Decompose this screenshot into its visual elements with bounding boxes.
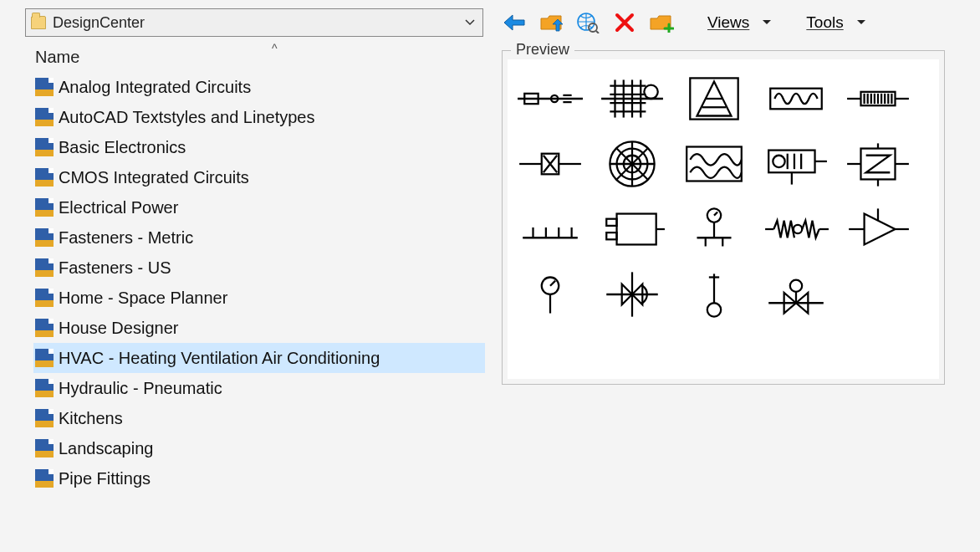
list-item-label: CMOS Integrated Circuits bbox=[59, 168, 249, 187]
list-item-label: Electrical Power bbox=[59, 198, 178, 217]
preview-panel: Preview bbox=[502, 50, 945, 385]
dwg-file-icon bbox=[35, 349, 54, 367]
menu-bar: Views Tools bbox=[704, 13, 867, 32]
svg-line-2 bbox=[596, 31, 599, 33]
dwg-file-icon bbox=[35, 319, 54, 337]
hvac-sensor[interactable] bbox=[678, 265, 750, 324]
list-item[interactable]: Basic Electronics bbox=[33, 132, 485, 162]
list-item[interactable]: Pipe Fittings bbox=[33, 463, 485, 493]
hvac-damper[interactable] bbox=[514, 69, 586, 128]
list-item-label: HVAC - Heating Ventilation Air Condition… bbox=[59, 349, 380, 368]
hvac-butterfly-valve[interactable] bbox=[760, 265, 832, 324]
dwg-file-icon bbox=[35, 409, 54, 427]
preview-title: Preview bbox=[511, 41, 574, 59]
svg-line-67 bbox=[714, 212, 717, 216]
list-item[interactable]: Analog Integrated Circuits bbox=[33, 72, 485, 102]
dwg-file-icon bbox=[35, 198, 54, 217]
list-item-label: Pipe Fittings bbox=[59, 469, 151, 488]
column-name: Name bbox=[35, 48, 79, 67]
hvac-dial[interactable] bbox=[514, 265, 586, 324]
list-item[interactable]: AutoCAD Textstyles and Linetypes bbox=[33, 102, 485, 132]
hvac-grid-fan[interactable] bbox=[596, 69, 668, 128]
list-item[interactable]: HVAC - Heating Ventilation Air Condition… bbox=[33, 343, 485, 373]
hvac-resistor[interactable] bbox=[842, 69, 914, 128]
tools-caret-icon[interactable] bbox=[855, 17, 867, 28]
folder-new-icon[interactable] bbox=[649, 10, 674, 35]
list-header[interactable]: Name ^ bbox=[33, 42, 485, 72]
dwg-file-icon bbox=[35, 138, 54, 156]
hvac-pyramid-unit[interactable] bbox=[678, 69, 750, 128]
hvac-compressor[interactable] bbox=[760, 135, 832, 193]
svg-rect-64 bbox=[606, 233, 616, 239]
hvac-spring-inline[interactable] bbox=[760, 200, 832, 258]
views-caret-icon[interactable] bbox=[761, 17, 773, 28]
toolbar-icons bbox=[502, 10, 674, 35]
dwg-file-icon bbox=[35, 379, 54, 397]
views-menu[interactable]: Views bbox=[704, 13, 753, 32]
list-item-label: Hydraulic - Pneumatic bbox=[59, 379, 222, 398]
list-item[interactable]: Hydraulic - Pneumatic bbox=[33, 373, 485, 403]
hvac-cross-valve[interactable] bbox=[596, 265, 668, 324]
list-item-label: Landscaping bbox=[59, 439, 153, 458]
dwg-file-icon bbox=[35, 258, 54, 277]
folder-up-icon[interactable] bbox=[538, 10, 564, 35]
list-item-label: Basic Electronics bbox=[59, 138, 186, 157]
list-item[interactable]: House Designer bbox=[33, 313, 485, 343]
svg-point-87 bbox=[790, 280, 802, 292]
hvac-tray[interactable] bbox=[514, 200, 586, 258]
content-area: Name ^ Analog Integrated CircuitsAutoCAD… bbox=[0, 42, 980, 493]
file-list: Analog Integrated CircuitsAutoCAD Textst… bbox=[33, 72, 485, 493]
hvac-coil-box[interactable] bbox=[760, 69, 832, 128]
svg-point-17 bbox=[644, 85, 657, 99]
list-item-label: Fasteners - Metric bbox=[59, 228, 193, 248]
dwg-file-icon bbox=[35, 108, 54, 126]
hvac-round-grill[interactable] bbox=[596, 135, 668, 193]
list-item[interactable]: Home - Space Planner bbox=[33, 283, 485, 313]
hvac-plug-unit[interactable] bbox=[596, 200, 668, 258]
hvac-filter-inline[interactable] bbox=[514, 135, 586, 193]
list-item[interactable]: CMOS Integrated Circuits bbox=[33, 162, 485, 192]
list-item[interactable]: Landscaping bbox=[33, 433, 485, 463]
hvac-wave-box[interactable] bbox=[678, 135, 750, 193]
list-item-label: Home - Space Planner bbox=[59, 289, 227, 308]
list-item[interactable]: Fasteners - US bbox=[33, 253, 485, 283]
svg-point-85 bbox=[707, 303, 721, 316]
list-item-label: AutoCAD Textstyles and Linetypes bbox=[59, 108, 314, 127]
preview-canvas bbox=[508, 59, 939, 379]
svg-line-79 bbox=[550, 281, 555, 286]
list-item-label: Kitchens bbox=[59, 409, 123, 428]
list-item-label: Fasteners - US bbox=[59, 258, 171, 278]
svg-point-73 bbox=[794, 225, 802, 233]
tools-menu[interactable]: Tools bbox=[803, 13, 846, 32]
dwg-file-icon bbox=[35, 78, 54, 96]
hvac-gauge-valve[interactable] bbox=[678, 200, 750, 258]
dwg-file-icon bbox=[35, 289, 54, 307]
globe-search-icon[interactable] bbox=[575, 10, 600, 35]
toolbar: DesignCenter bbox=[0, 0, 980, 42]
hvac-amplifier[interactable] bbox=[842, 200, 914, 258]
dwg-file-icon bbox=[35, 168, 54, 187]
folder-icon bbox=[31, 16, 46, 29]
file-list-panel: Name ^ Analog Integrated CircuitsAutoCAD… bbox=[33, 42, 485, 493]
path-dropdown[interactable]: DesignCenter bbox=[25, 8, 483, 37]
hvac-exchanger[interactable] bbox=[842, 135, 914, 193]
list-item-label: House Designer bbox=[59, 319, 178, 338]
list-item[interactable]: Electrical Power bbox=[33, 192, 485, 222]
dwg-file-icon bbox=[35, 228, 54, 247]
path-label: DesignCenter bbox=[53, 14, 464, 32]
svg-rect-63 bbox=[606, 219, 616, 226]
svg-rect-45 bbox=[768, 151, 814, 173]
views-menu-label: Views bbox=[707, 13, 749, 31]
svg-rect-21 bbox=[770, 89, 822, 110]
delete-x-icon[interactable] bbox=[612, 10, 637, 35]
back-arrow-icon[interactable] bbox=[502, 10, 527, 35]
sort-ascending-icon: ^ bbox=[272, 42, 278, 55]
list-item[interactable]: Kitchens bbox=[33, 403, 485, 433]
chevron-down-icon bbox=[464, 17, 476, 28]
dwg-file-icon bbox=[35, 439, 54, 457]
list-item-label: Analog Integrated Circuits bbox=[59, 78, 251, 97]
list-item[interactable]: Fasteners - Metric bbox=[33, 222, 485, 253]
tools-menu-label: Tools bbox=[806, 13, 843, 31]
dwg-file-icon bbox=[35, 469, 54, 488]
svg-point-46 bbox=[773, 156, 784, 167]
